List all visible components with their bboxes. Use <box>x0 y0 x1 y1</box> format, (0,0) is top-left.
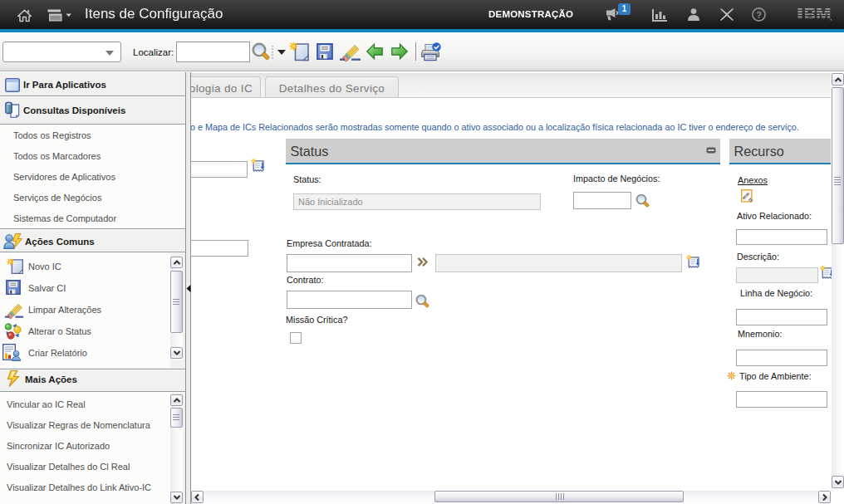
svg-text:?: ? <box>756 10 762 20</box>
